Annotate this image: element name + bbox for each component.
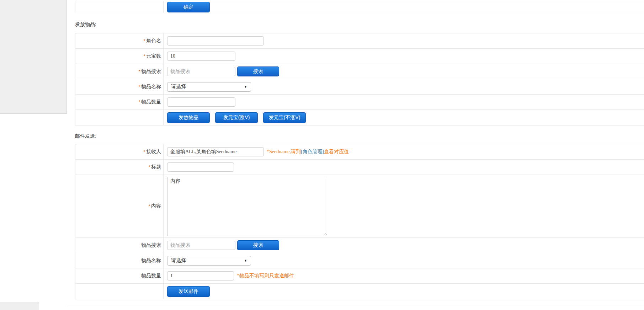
mail-item-qty-input[interactable] (167, 271, 234, 280)
label-text: 内容 (151, 203, 161, 209)
label-text: 接收人 (146, 149, 161, 155)
confirm-row-cell: 确定 (164, 1, 644, 13)
label-text: 元宝数 (146, 53, 161, 59)
subject-label: *标题 (75, 160, 164, 175)
caret-down-icon: ▼ (244, 259, 247, 262)
caret-down-icon: ▼ (244, 85, 247, 89)
role-manage-link[interactable]: [角色管理] (301, 149, 324, 154)
form-row-content: *内容 内容 (75, 175, 644, 238)
recipient-input[interactable] (167, 147, 264, 156)
form-row-mail-item-search: 物品搜索 搜索 (75, 238, 644, 253)
form-row-item-search: *物品搜索 搜索 (75, 64, 644, 79)
label-text: 物品名称 (141, 84, 161, 90)
recipient-cell: *Seedname,请到[角色管理]查看对应值 (164, 144, 644, 159)
required-star: * (144, 149, 145, 155)
label-text: 物品数量 (141, 273, 161, 279)
form-row-recipient: *接收人 *Seedname,请到[角色管理]查看对应值 (75, 144, 644, 160)
required-star: * (149, 203, 150, 209)
required-star: * (139, 69, 140, 74)
confirm-row-empty-label (75, 1, 164, 13)
required-star: * (139, 84, 140, 90)
issue-form-table: *角色名 *元宝数 *物品搜索 搜索 *物品名称 (75, 33, 644, 125)
item-name-select[interactable]: 请选择 ▼ (167, 82, 251, 92)
role-name-cell (164, 33, 644, 48)
subject-cell (164, 160, 644, 175)
send-mail-button[interactable]: 发送邮件 (167, 286, 210, 297)
send-mail-cell: 发送邮件 (164, 284, 644, 299)
form-row-item-name: *物品名称 请选择 ▼ (75, 79, 644, 95)
hint-text: *Seedname,请到 (267, 149, 301, 154)
form-row-issue-actions: 发放物品 发元宝(涨V) 发元宝(不涨V) (75, 110, 644, 125)
confirm-row: 确定 (75, 1, 644, 13)
recipient-label: *接收人 (75, 144, 164, 159)
mail-item-search-label: 物品搜索 (75, 238, 164, 253)
mail-item-qty-hint: *物品不填写则只发送邮件 (237, 273, 294, 279)
label-text: 物品搜索 (141, 242, 161, 248)
item-search-cell: 搜索 (164, 64, 644, 79)
mail-item-qty-label: 物品数量 (75, 268, 164, 283)
confirm-button[interactable]: 确定 (167, 2, 210, 12)
required-star: * (149, 164, 150, 170)
yuanbao-label: *元宝数 (75, 49, 164, 64)
recipient-hint: *Seedname,请到[角色管理]查看对应值 (267, 149, 349, 155)
form-row-yuanbao: *元宝数 (75, 49, 644, 64)
form-row-send-mail: 发送邮件 (75, 284, 644, 299)
next-section-sidebar (0, 302, 39, 310)
send-yuanbao-vip-button[interactable]: 发元宝(涨V) (215, 112, 258, 123)
yuanbao-cell (164, 49, 644, 64)
form-row-mail-item-qty: 物品数量 *物品不填写则只发送邮件 (75, 268, 644, 284)
sidebar (0, 0, 67, 114)
label-text: 物品数量 (141, 99, 161, 105)
label-text: 标题 (151, 164, 161, 170)
form-row-mail-item-name: 物品名称 请选择 ▼ (75, 253, 644, 268)
required-star: * (144, 38, 145, 44)
admin-page: 确定 发放物品: *角色名 *元宝数 *物品搜索 (0, 0, 644, 310)
hint-text: 查看对应值 (324, 149, 349, 154)
select-value: 请选择 (171, 257, 186, 264)
item-qty-label: *物品数量 (75, 95, 164, 109)
mail-item-search-cell: 搜索 (164, 238, 644, 253)
issue-actions-empty-label (75, 110, 164, 125)
item-name-cell: 请选择 ▼ (164, 79, 644, 94)
item-qty-cell (164, 95, 644, 109)
mail-section-heading: 邮件发送: (75, 132, 96, 139)
mail-item-name-select[interactable]: 请选择 ▼ (167, 256, 251, 266)
issue-actions-cell: 发放物品 发元宝(涨V) 发元宝(不涨V) (164, 110, 644, 125)
mail-item-name-label: 物品名称 (75, 253, 164, 268)
issue-section-heading: 发放物品: (75, 21, 96, 28)
content-label: *内容 (75, 175, 164, 237)
mail-form-table: *接收人 *Seedname,请到[角色管理]查看对应值 *标题 *内容 内容 (75, 144, 644, 299)
send-yuanbao-novip-button[interactable]: 发元宝(不涨V) (263, 112, 306, 123)
mail-item-search-input[interactable] (167, 241, 235, 250)
bottom-divider (67, 306, 644, 306)
yuanbao-amount-input[interactable] (167, 52, 235, 61)
mail-item-search-button[interactable]: 搜索 (237, 240, 279, 250)
form-row-role-name: *角色名 (75, 33, 644, 49)
form-row-subject: *标题 (75, 160, 644, 175)
item-name-label: *物品名称 (75, 79, 164, 94)
label-text: 物品名称 (141, 257, 161, 264)
form-row-item-qty: *物品数量 (75, 95, 644, 110)
item-search-input[interactable] (167, 67, 235, 76)
required-star: * (144, 53, 145, 59)
select-value: 请选择 (171, 84, 186, 90)
subject-input[interactable] (167, 162, 234, 172)
role-name-label: *角色名 (75, 33, 164, 48)
item-search-label: *物品搜索 (75, 64, 164, 79)
mail-item-qty-cell: *物品不填写则只发送邮件 (164, 268, 644, 283)
label-text: 角色名 (146, 38, 161, 44)
mail-item-name-cell: 请选择 ▼ (164, 253, 644, 268)
send-mail-empty-label (75, 284, 164, 299)
required-star: * (139, 99, 140, 105)
content-textarea[interactable]: 内容 (167, 177, 327, 236)
item-search-button[interactable]: 搜索 (237, 66, 279, 76)
label-text: 物品搜索 (141, 68, 161, 75)
item-qty-input[interactable] (167, 97, 235, 107)
issue-item-button[interactable]: 发放物品 (167, 112, 210, 123)
role-name-input[interactable] (167, 36, 264, 46)
content-cell: 内容 (164, 175, 644, 237)
